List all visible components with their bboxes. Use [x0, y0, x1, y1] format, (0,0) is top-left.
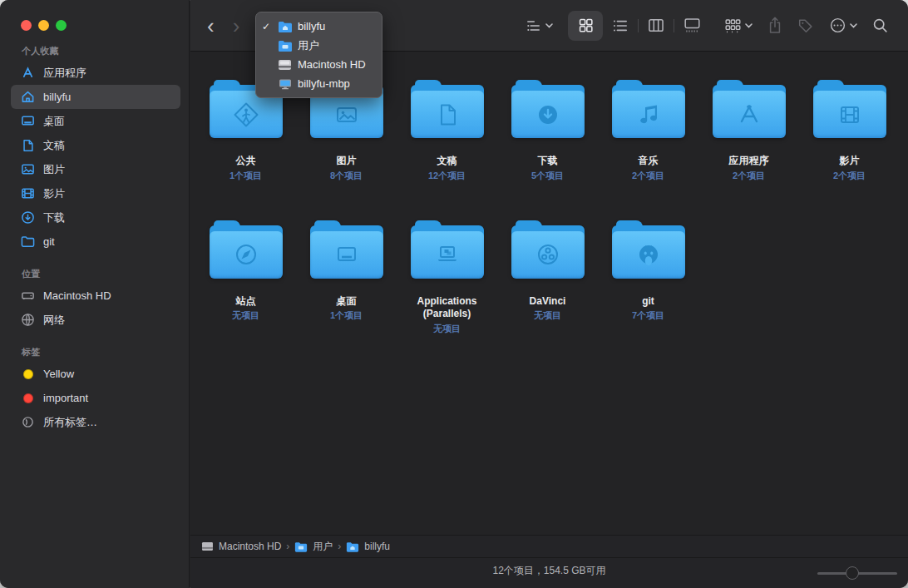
computer-icon [278, 78, 293, 90]
path-item-users[interactable]: 用户 [294, 540, 333, 554]
section-title: 个人收藏 [0, 45, 189, 61]
public-folder-glyph [231, 100, 261, 130]
sidebar-item-applications[interactable]: 应用程序 [11, 61, 180, 85]
folder-item-music[interactable]: 音乐 2个项目 [598, 80, 698, 182]
folder-name: 公共 [199, 155, 294, 168]
forward-button[interactable]: › [233, 15, 240, 37]
folder-name: 文稿 [400, 155, 495, 168]
folder-count: 无项目 [433, 323, 461, 335]
folder-item-downloads[interactable]: 下载 5个项目 [497, 80, 598, 182]
folder-name: 站点 [199, 295, 294, 309]
view-options-button[interactable] [525, 17, 553, 34]
gallery-view-button[interactable] [674, 11, 709, 41]
internal-drive-icon [201, 541, 214, 551]
view-mode-segmented-control [568, 11, 709, 41]
folder-name: 音乐 [601, 155, 696, 168]
sidebar-item-tag-important[interactable]: important [11, 386, 180, 410]
sidebar-item-label: Macintosh HD [43, 289, 111, 302]
folder-name: 下载 [501, 155, 595, 168]
folder-icon [411, 220, 484, 279]
folder-name: Applications (Parallels) [400, 295, 495, 321]
sidebar-item-documents[interactable]: 文稿 [11, 133, 180, 157]
folder-item-documents[interactable]: 文稿 12个项目 [397, 80, 497, 182]
folder-name: 图片 [299, 155, 394, 168]
grid-view-icon [578, 17, 594, 33]
downloads-folder-glyph [533, 100, 563, 130]
icon-view-button[interactable] [568, 11, 603, 41]
close-button[interactable] [21, 20, 32, 31]
folder-name: 应用程序 [702, 155, 797, 168]
folder-item-git[interactable]: git 7个项目 [598, 220, 698, 335]
folder-name: 影片 [802, 155, 897, 168]
folder-count: 2个项目 [833, 170, 866, 182]
sidebar-section-locations: 位置 Macintosh HD 网络 [0, 268, 189, 332]
red-tag-icon [20, 390, 36, 406]
sidebar-item-movies[interactable]: 影片 [11, 181, 180, 205]
sidebar: 个人收藏 应用程序 billyfu 桌面 [0, 0, 190, 588]
folder-count: 8个项目 [330, 170, 363, 182]
all-tags-icon [20, 414, 36, 430]
folder-item-desktop[interactable]: 桌面 1个项目 [296, 220, 397, 335]
folder-item-applications-parallels[interactable]: Applications (Parallels) 无项目 [397, 220, 497, 335]
more-actions-button[interactable] [829, 17, 857, 34]
sidebar-section-tags: 标签 Yellow important 所有标签… [0, 346, 189, 434]
folder-item-davinci[interactable]: DaVinci 无项目 [497, 220, 598, 335]
sidebar-item-home[interactable]: billyfu [11, 85, 180, 109]
menu-item-users[interactable]: 用户 [256, 36, 382, 55]
minimize-button[interactable] [38, 20, 49, 31]
folder-item-movies[interactable]: 影片 2个项目 [799, 80, 900, 182]
folder-name: 桌面 [299, 295, 394, 309]
path-separator: › [338, 541, 341, 552]
folder-count: 2个项目 [733, 170, 765, 182]
zoom-button[interactable] [56, 20, 67, 31]
icon-size-slider[interactable] [817, 566, 897, 580]
folder-count: 5个项目 [531, 170, 564, 182]
applications-folder-glyph [734, 100, 764, 130]
menu-item-label: billyfu [298, 20, 325, 32]
path-item-macintosh-hd[interactable]: Macintosh HD [201, 541, 281, 552]
menu-item-billyfu-mbp[interactable]: billyfu-mbp [256, 74, 382, 93]
folder-name: DaVinci [501, 295, 595, 309]
sites-folder-glyph [231, 240, 261, 269]
sidebar-item-tag-yellow[interactable]: Yellow [11, 362, 180, 386]
folder-count: 无项目 [232, 309, 259, 322]
folder-icon [310, 220, 383, 279]
list-view-button[interactable] [603, 11, 638, 41]
tag-button[interactable] [797, 17, 814, 34]
menu-item-label: 用户 [298, 38, 319, 53]
search-button[interactable] [872, 17, 888, 33]
share-button[interactable] [767, 17, 782, 34]
internal-drive-icon [20, 288, 36, 304]
sidebar-item-pictures[interactable]: 图片 [11, 157, 180, 181]
menu-item-billyfu[interactable]: ✓ billyfu [256, 17, 382, 36]
sidebar-item-all-tags[interactable]: 所有标签… [11, 410, 180, 434]
column-view-button[interactable] [639, 11, 674, 41]
group-button[interactable] [724, 17, 753, 34]
sidebar-item-downloads[interactable]: 下载 [11, 205, 180, 230]
folder-item-sites[interactable]: 站点 无项目 [195, 220, 296, 335]
column-view-icon [648, 18, 664, 32]
folder-icon [713, 80, 786, 138]
back-button[interactable]: ‹ [207, 15, 215, 37]
path-item-billyfu[interactable]: billyfu [346, 541, 390, 552]
internal-drive-icon [278, 59, 293, 71]
sidebar-item-label: 网络 [43, 313, 65, 328]
sidebar-item-git[interactable]: git [11, 230, 180, 254]
sidebar-item-label: git [43, 235, 55, 248]
list-view-icon [612, 18, 629, 33]
film-icon [20, 185, 36, 201]
globe-icon [20, 312, 36, 328]
sidebar-item-desktop[interactable]: 桌面 [11, 109, 180, 133]
slider-knob[interactable] [846, 566, 859, 580]
folder-grid: 公共 1个项目 图片 8个项目 文稿 12个项目 [190, 52, 908, 535]
chevron-down-icon [545, 23, 553, 28]
sidebar-item-label: 桌面 [43, 114, 65, 129]
sidebar-item-macintosh-hd[interactable]: Macintosh HD [11, 284, 180, 308]
folder-icon [278, 40, 293, 52]
sidebar-item-network[interactable]: 网络 [11, 308, 180, 332]
finder-window: 个人收藏 应用程序 billyfu 桌面 [0, 0, 908, 588]
folder-item-applications[interactable]: 应用程序 2个项目 [698, 80, 799, 182]
menu-item-label: Macintosh HD [298, 58, 366, 71]
pictures-icon [20, 161, 36, 177]
menu-item-macintosh-hd[interactable]: Macintosh HD [256, 55, 382, 74]
